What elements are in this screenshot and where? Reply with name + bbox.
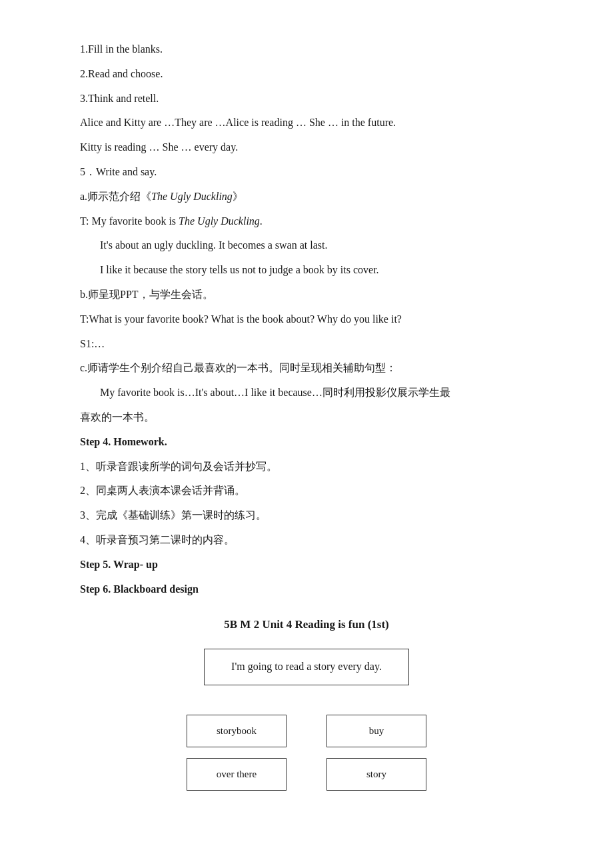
line-2: 2.Read and choose. <box>80 65 533 84</box>
line-7book: The Ugly Duckling <box>151 191 233 202</box>
line-14: c.师请学生个别介绍自己最喜欢的一本书。同时呈现相关辅助句型： <box>80 359 533 378</box>
step5-heading: Step 5. Wrap- up <box>80 555 533 575</box>
line-12: T:What is your favorite book? What is th… <box>80 310 533 329</box>
line-1: 1.Fill in the blanks. <box>80 40 533 59</box>
bb-word-1: storybook <box>187 715 287 747</box>
blackboard-words-grid: storybook buy over there story <box>187 715 426 791</box>
line-7: a.师示范介绍《The Ugly Duckling》 <box>80 187 533 207</box>
hw-4: 4、听录音预习第二课时的内容。 <box>80 531 533 550</box>
blackboard-main-sentence: I'm going to read a story every day. <box>204 649 409 685</box>
line-8book: The Ugly Duckling <box>179 215 260 227</box>
line-9: It's about an ugly duckling. It becomes … <box>80 236 533 255</box>
line-5: Kitty is reading … She … every day. <box>80 138 533 157</box>
blackboard-title: 5B M 2 Unit 4 Reading is fun (1st) <box>80 615 533 635</box>
line-4: Alice and Kitty are …They are …Alice is … <box>80 113 533 133</box>
step6-heading: Step 6. Blackboard design <box>80 580 533 599</box>
line-8a: T: My favorite book is <box>80 215 179 227</box>
step4-heading: Step 4. Homework. <box>80 433 533 452</box>
hw-3: 3、完成《基础训练》第一课时的练习。 <box>80 506 533 525</box>
line-8: T: My favorite book is The Ugly Duckling… <box>80 212 533 231</box>
line-10: I like it because the story tells us not… <box>80 261 533 280</box>
line-3: 3.Think and retell. <box>80 89 533 109</box>
blackboard-section: 5B M 2 Unit 4 Reading is fun (1st) I'm g… <box>80 615 533 790</box>
hw-2: 2、同桌两人表演本课会话并背诵。 <box>80 481 533 501</box>
line-6: 5．Write and say. <box>80 163 533 182</box>
line-7a: a.师示范介绍《 <box>80 191 151 202</box>
line-11: b.师呈现PPT，与学生会话。 <box>80 285 533 305</box>
line-13: S1:… <box>80 335 533 354</box>
line-8b: . <box>260 215 263 227</box>
line-7b: 》 <box>233 191 243 202</box>
bb-word-4: story <box>326 758 426 791</box>
bb-word-2: buy <box>326 715 426 747</box>
bb-word-3: over there <box>187 758 287 791</box>
line-15: My favorite book is…It's about…I like it… <box>80 383 533 403</box>
line-16: 喜欢的一本书。 <box>80 408 533 427</box>
hw-1: 1、听录音跟读所学的词句及会话并抄写。 <box>80 457 533 477</box>
